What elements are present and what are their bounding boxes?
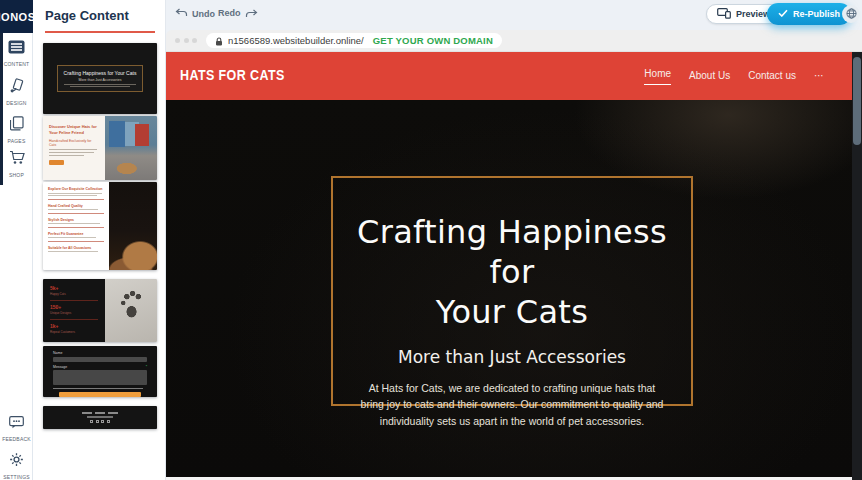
undo-label: Undo [192, 9, 215, 19]
nav-more-menu[interactable]: ⋯ [814, 70, 824, 83]
devices-icon [717, 8, 731, 21]
republish-button[interactable]: Re-Publish [767, 3, 851, 25]
sidebar-item-pages[interactable]: PAGES [0, 116, 33, 144]
stat-value: 1k+ [50, 323, 98, 329]
site-url: n1566589.websitebuilder.online/ [228, 35, 364, 46]
thumbnail-features-section[interactable]: Explore Our Exquisite Collection Hand Cr… [43, 182, 157, 270]
nav-item-about[interactable]: About Us [689, 70, 730, 83]
panel-title: Page Content [45, 8, 129, 23]
lock-icon [215, 32, 223, 50]
get-domain-link[interactable]: GET YOUR OWN DOMAIN [373, 35, 493, 46]
globe-icon [846, 5, 857, 23]
preview-scrollbar[interactable] [852, 52, 862, 480]
thumbnail-intro-section[interactable]: Discover Unique Hats for Your Feline Fri… [43, 116, 157, 180]
text-line-placeholder [95, 412, 105, 414]
required-mark: * [146, 365, 147, 369]
feature-heading: Explore Our Exquisite Collection [48, 187, 104, 191]
sidebar-item-design[interactable]: DESIGN [0, 78, 33, 106]
thumb-hero-frame: Crafting Happiness for Your Cats More th… [57, 65, 143, 93]
text-line-placeholder [70, 86, 131, 87]
sidebar-active-strip [0, 33, 3, 185]
nav-item-contact[interactable]: Contact us [748, 70, 796, 83]
sidebar-item-label: DESIGN [6, 100, 26, 106]
text-line-placeholder [49, 155, 84, 156]
site-preview-window: n1566589.websitebuilder.online/ GET YOUR… [166, 30, 862, 480]
content-blocks-icon [8, 40, 25, 58]
hero-paragraph: At Hats for Cats, we are dedicated to cr… [359, 380, 665, 429]
undo-icon [175, 8, 188, 19]
check-icon [778, 9, 788, 19]
stat-label: Happy Cats [50, 292, 98, 296]
thumbnail-contact-section[interactable]: Name Message* [43, 346, 157, 397]
form-message-label: Message [53, 365, 67, 369]
language-globe-button[interactable] [842, 5, 860, 23]
gear-icon [9, 452, 24, 471]
form-submit-button [59, 392, 142, 397]
icon-sidebar: CONTENT DESIGN PAGES SHOP FEEDBACK SETTI… [0, 0, 33, 480]
section-thumbnail-list: Crafting Happiness for Your Cats More th… [43, 43, 157, 429]
republish-label: Re-Publish [793, 9, 840, 19]
thumb-intro-subheading: Handcrafted Exclusively for Cats [49, 139, 99, 147]
thumb-pawprint-photo [105, 279, 157, 342]
stat-value: 5k+ [50, 285, 98, 291]
thumb-tabby-cat-photo [109, 182, 157, 270]
feature-heading: Perfect Fit Guarantee [48, 232, 104, 236]
hero-title: Crafting Happiness for Your Cats [333, 212, 691, 332]
text-line-placeholder [49, 149, 97, 150]
redo-button[interactable]: Redo [218, 8, 258, 18]
sidebar-item-feedback[interactable]: FEEDBACK [0, 415, 33, 442]
sidebar-item-content[interactable]: CONTENT [0, 40, 33, 67]
hero-framed-box: Crafting Happiness for Your Cats More th… [331, 176, 693, 406]
address-bar[interactable]: n1566589.websitebuilder.online/ GET YOUR… [206, 33, 502, 48]
thumb-feature-list: Explore Our Exquisite Collection Hand Cr… [43, 182, 109, 270]
thumb-intro-heading: Discover Unique Hats for Your Feline Fri… [49, 124, 99, 135]
form-name-label: Name [53, 351, 62, 355]
hero-section[interactable]: Crafting Happiness for Your Cats More th… [166, 100, 852, 477]
sidebar-item-label: FEEDBACK [2, 436, 31, 442]
form-message-textarea [53, 370, 147, 385]
window-control-dots [175, 38, 197, 43]
sidebar-item-label: SETTINGS [3, 474, 30, 480]
nav-item-home[interactable]: Home [644, 68, 671, 85]
sidebar-item-label: SHOP [9, 172, 24, 178]
sidebar-item-label: CONTENT [4, 61, 30, 67]
ionos-logo: IONOS [0, 0, 33, 33]
sidebar-item-shop[interactable]: SHOP [0, 150, 33, 178]
thumbnail-footer-section[interactable] [43, 406, 157, 429]
text-line-placeholder [82, 412, 92, 414]
thumbnail-stats-section[interactable]: 5k+Happy Cats 150+Unique Designs 1k+Repe… [43, 279, 157, 342]
text-line-placeholder [108, 412, 118, 414]
site-brand-logo[interactable]: HATS FOR CATS [180, 68, 285, 84]
design-brush-icon [9, 78, 25, 97]
panel-title-rule [45, 31, 155, 33]
form-name-input [53, 357, 147, 362]
stat-value: 150+ [50, 304, 98, 310]
thumbnail-hero-section[interactable]: Crafting Happiness for Your Cats More th… [43, 43, 157, 114]
site-viewport: HATS FOR CATS Home About Us Contact us ⋯… [166, 52, 852, 480]
text-line-placeholder [49, 152, 94, 153]
text-line-placeholder [87, 416, 113, 418]
stat-label: Unique Designs [50, 311, 98, 315]
sidebar-item-label: PAGES [8, 138, 26, 144]
site-header: HATS FOR CATS Home About Us Contact us ⋯ [166, 52, 852, 100]
stat-label: Repeat Customers [50, 330, 98, 334]
feature-heading: Suitable for All Occasions [48, 246, 104, 250]
app-window: CONTENT DESIGN PAGES SHOP FEEDBACK SETTI… [0, 0, 862, 480]
feature-heading: Hand Crafted Quality [48, 204, 104, 208]
preview-label: Preview [736, 9, 770, 19]
thumb-hero-subtitle: More than Just Accessories [61, 78, 139, 82]
undo-button[interactable]: Undo [175, 8, 215, 19]
sidebar-item-settings[interactable]: SETTINGS [0, 452, 33, 480]
feature-heading: Stylish Designs [48, 218, 104, 222]
text-line-placeholder [53, 388, 143, 389]
browser-chrome-bar: n1566589.websitebuilder.online/ GET YOUR… [166, 30, 862, 52]
scrollbar-thumb[interactable] [853, 57, 861, 145]
page-content-panel: Page Content Crafting Happiness for Your… [33, 0, 166, 480]
redo-label: Redo [218, 8, 241, 18]
shop-cart-icon [9, 150, 25, 169]
hero-subtitle: More than Just Accessories [333, 347, 691, 367]
thumb-cat-street-photo [105, 116, 157, 180]
pages-icon [10, 116, 24, 135]
thumb-cta-button [49, 160, 64, 165]
redo-icon [245, 9, 258, 18]
